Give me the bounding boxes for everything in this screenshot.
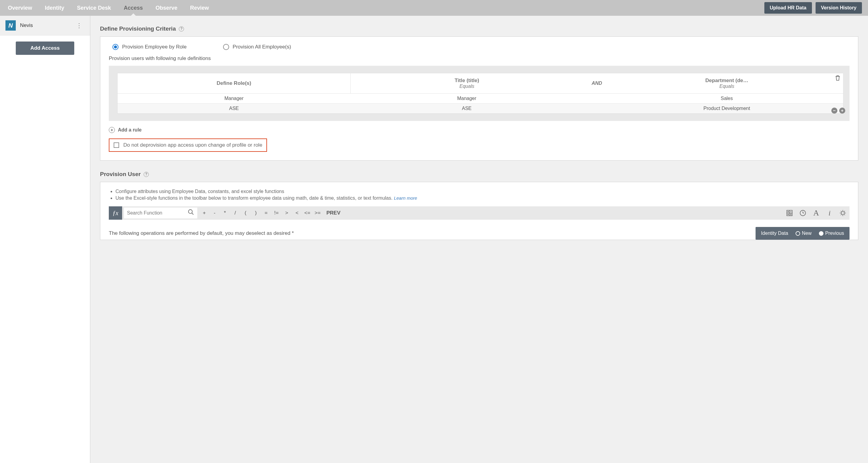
identity-new-label: New — [802, 230, 812, 236]
op-multiply[interactable]: * — [220, 206, 230, 220]
cell-role: Manager — [118, 94, 350, 103]
cell-title: Manager — [350, 94, 583, 103]
tab-observe[interactable]: Observe — [154, 0, 179, 16]
rule-table-header: Define Role(s) Title (title) Equals AND … — [117, 73, 843, 94]
nav-tabs: Overview Identity Service Desk Access Ob… — [6, 0, 211, 16]
cell-and — [583, 94, 610, 103]
datetime-category-icon[interactable] — [796, 206, 809, 220]
cell-dept: Sales — [610, 94, 843, 103]
radio-provision-all[interactable]: Provision All Employee(s) — [223, 44, 291, 50]
bullet-2: Use the Excel-style functions in the too… — [116, 195, 849, 201]
radio-checked-icon — [819, 231, 824, 236]
app-logo-icon: N — [5, 20, 16, 31]
rule-definition-block: − + Define Role(s) Title (title) Equals … — [109, 66, 849, 121]
header-col2-sub: Equals — [352, 84, 582, 89]
add-row-button[interactable]: + — [839, 107, 845, 114]
nav-actions: Upload HR Data Version History — [764, 2, 862, 13]
cell-title: ASE — [350, 104, 583, 113]
tab-access[interactable]: Access — [122, 0, 145, 16]
add-rule-label: Add a rule — [118, 127, 142, 133]
cell-dept: Product Development — [610, 104, 843, 113]
radio-all-label: Provision All Employee(s) — [233, 44, 291, 50]
header-title: Title (title) Equals — [351, 73, 583, 93]
op-gte[interactable]: >= — [312, 206, 323, 220]
provision-footer-row: The following operations are performed b… — [109, 227, 849, 240]
op-divide[interactable]: / — [230, 206, 240, 220]
cell-role: ASE — [118, 104, 350, 113]
op-neq[interactable]: != — [271, 206, 282, 220]
svg-line-1 — [192, 213, 194, 215]
provision-section-title: Provision User ? — [100, 171, 858, 178]
app-name: Nevis — [20, 23, 33, 29]
radio-by-role-label: Provision Employee by Role — [122, 44, 187, 50]
provision-title-text: Provision User — [100, 171, 141, 178]
checkbox-unchecked-icon — [114, 143, 119, 148]
op-eq[interactable]: = — [261, 206, 271, 220]
more-menu-button[interactable]: ⋮ — [74, 20, 85, 31]
op-lte[interactable]: <= — [302, 206, 312, 220]
remove-row-button[interactable]: − — [831, 107, 837, 114]
rule-caption: Provision users with following rule defi… — [109, 56, 849, 62]
svg-line-23 — [844, 211, 845, 212]
add-rule-button[interactable]: + Add a rule — [109, 127, 849, 133]
add-access-button[interactable]: Add Access — [16, 41, 74, 55]
tab-service-desk[interactable]: Service Desk — [75, 0, 113, 16]
cell-and — [583, 104, 610, 113]
table-row[interactable]: ASE ASE Product Development — [118, 104, 843, 113]
learn-more-link[interactable]: Learn more — [394, 195, 417, 200]
radio-provision-by-role[interactable]: Provision Employee by Role — [113, 44, 187, 50]
identity-new-radio[interactable]: New — [796, 230, 812, 236]
identity-previous-radio[interactable]: Previous — [819, 230, 844, 236]
sidebar: N Nevis ⋮ Add Access — [0, 16, 90, 463]
header-col1-text: Define Role(s) — [217, 80, 251, 86]
op-minus[interactable]: - — [210, 206, 220, 220]
rule-table-body: Manager Manager Sales ASE ASE Product De… — [117, 94, 843, 114]
criteria-title-text: Define Provisioning Criteria — [100, 26, 176, 32]
provision-box: Configure attributes using Employee Data… — [100, 182, 858, 240]
help-icon[interactable]: ? — [179, 26, 184, 32]
svg-line-20 — [841, 211, 842, 212]
search-icon[interactable] — [188, 209, 194, 217]
sidebar-app-row[interactable]: N Nevis ⋮ — [0, 16, 90, 35]
function-search-wrap — [124, 208, 197, 218]
stats-category-icon[interactable]: i — [823, 206, 836, 220]
radio-checked-icon — [113, 44, 119, 50]
op-lt[interactable]: < — [292, 206, 302, 220]
tab-identity[interactable]: Identity — [43, 0, 66, 16]
svg-line-22 — [841, 214, 842, 215]
text-category-icon[interactable]: A — [809, 206, 823, 220]
delete-rule-button[interactable] — [835, 75, 840, 83]
svg-point-0 — [188, 210, 192, 214]
op-plus[interactable]: + — [199, 206, 210, 220]
tab-overview[interactable]: Overview — [6, 0, 34, 16]
svg-point-15 — [841, 212, 844, 215]
header-col3-top: Department (de… — [612, 78, 841, 84]
footer-text: The following operations are performed b… — [109, 230, 294, 236]
table-row[interactable]: Manager Manager Sales — [118, 94, 843, 104]
trash-icon — [835, 75, 840, 81]
deprovision-checkbox-row[interactable]: Do not deprovision app access upon chang… — [109, 138, 267, 152]
version-history-button[interactable]: Version History — [815, 2, 862, 13]
misc-category-icon[interactable] — [836, 206, 849, 220]
prev-button[interactable]: PREV — [323, 206, 344, 220]
criteria-section-title: Define Provisioning Criteria ? — [100, 26, 858, 32]
math-category-icon[interactable] — [783, 206, 796, 220]
svg-line-21 — [844, 214, 845, 215]
identity-data-label: Identity Data — [761, 230, 788, 236]
criteria-box: Provision Employee by Role Provision All… — [100, 36, 858, 161]
fx-icon[interactable]: ƒx — [109, 206, 122, 220]
bullet-1: Configure attributes using Employee Data… — [116, 189, 849, 194]
op-gt[interactable]: > — [282, 206, 292, 220]
function-toolbar: ƒx + - * / ( ) = != > < <= >= PR — [109, 206, 849, 220]
header-define-roles: Define Role(s) — [118, 73, 351, 93]
upload-hr-data-button[interactable]: Upload HR Data — [764, 2, 812, 13]
deprovision-label: Do not deprovision app access upon chang… — [123, 142, 262, 148]
radio-unchecked-icon — [223, 44, 229, 50]
tab-review[interactable]: Review — [188, 0, 211, 16]
help-icon[interactable]: ? — [144, 172, 149, 177]
header-and: AND — [583, 73, 610, 93]
header-col3-sub: Equals — [612, 84, 841, 89]
op-lparen[interactable]: ( — [240, 206, 251, 220]
op-rparen[interactable]: ) — [251, 206, 261, 220]
search-function-input[interactable] — [127, 210, 188, 216]
